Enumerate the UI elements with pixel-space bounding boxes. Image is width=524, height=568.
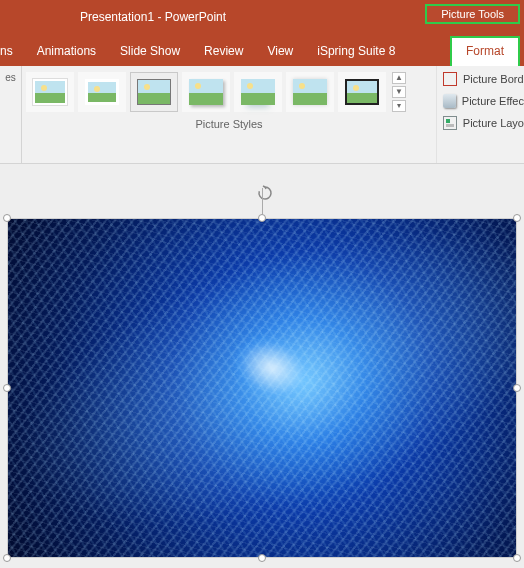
ribbon-picture-options: Picture Bord Picture Effec Picture Layo [436,66,524,163]
picture-style-1[interactable] [26,72,74,112]
picture-effects-button[interactable]: Picture Effec [443,94,524,108]
picture-effects-label: Picture Effec [462,95,524,107]
gallery-scroll-down[interactable]: ▼ [392,86,406,98]
slide-canvas[interactable] [0,164,524,568]
rotate-stem [262,188,263,214]
picture-style-2[interactable] [78,72,126,112]
tab-format[interactable]: Format [450,36,520,66]
ribbon-prev-group-edge: es [0,66,22,163]
picture-effects-icon [443,94,456,108]
resize-handle-tr[interactable] [513,214,521,222]
tab-view[interactable]: View [255,36,305,66]
resize-handle-bl[interactable] [3,554,11,562]
picture-style-6[interactable] [286,72,334,112]
resize-handle-ml[interactable] [3,384,11,392]
picture-layout-label: Picture Layo [463,117,524,129]
resize-handle-tl[interactable] [3,214,11,222]
tab-animations[interactable]: Animations [25,36,108,66]
picture-style-4[interactable] [182,72,230,112]
title-bar: Presentation1 - PowerPoint Picture Tools [0,0,524,33]
resize-handle-tm[interactable] [258,214,266,222]
document-title: Presentation1 - PowerPoint [80,10,226,24]
picture-content[interactable] [7,218,517,558]
tab-review[interactable]: Review [192,36,255,66]
picture-layout-icon [443,116,457,130]
gallery-more-button[interactable]: ▾ [392,100,406,112]
picture-border-icon [443,72,457,86]
selected-picture[interactable] [7,218,517,558]
picture-styles-group: ▲ ▼ ▾ Picture Styles [22,66,436,163]
picture-style-3[interactable] [130,72,178,112]
gallery-scroll-up[interactable]: ▲ [392,72,406,84]
picture-styles-group-label: Picture Styles [22,112,436,134]
gallery-scroll: ▲ ▼ ▾ [392,72,408,112]
resize-handle-bm[interactable] [258,554,266,562]
picture-styles-gallery: ▲ ▼ ▾ [22,66,436,112]
picture-layout-button[interactable]: Picture Layo [443,116,524,130]
picture-border-button[interactable]: Picture Bord [443,72,524,86]
tab-ispring[interactable]: iSpring Suite 8 [305,36,407,66]
ribbon: es ▲ ▼ ▾ Picture Styles Picture Bord Pic… [0,66,524,164]
picture-style-5[interactable] [234,72,282,112]
picture-border-label: Picture Bord [463,73,524,85]
resize-handle-br[interactable] [513,554,521,562]
tab-slideshow[interactable]: Slide Show [108,36,192,66]
contextual-tab-picture-tools[interactable]: Picture Tools [425,4,520,24]
resize-handle-mr[interactable] [513,384,521,392]
rotate-handle[interactable] [256,184,274,202]
tab-transitions-partial[interactable]: ns [0,36,25,66]
ribbon-tabs: ns Animations Slide Show Review View iSp… [0,33,524,66]
picture-style-7[interactable] [338,72,386,112]
